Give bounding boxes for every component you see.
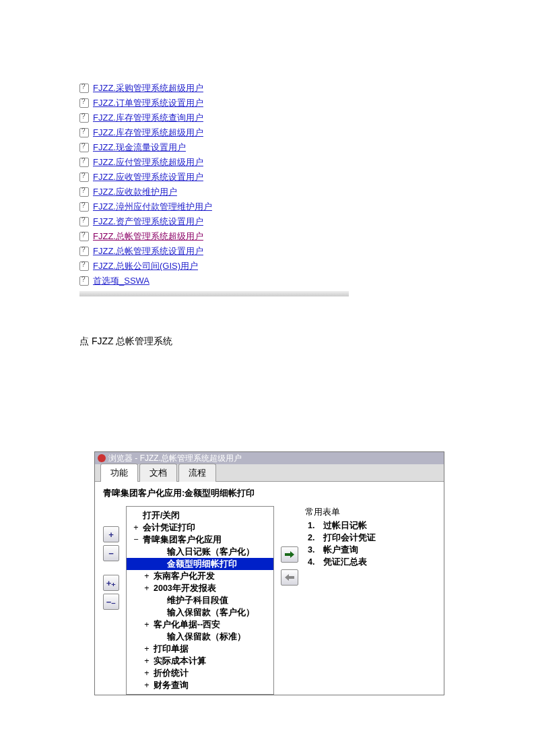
- links-footer-divider: [79, 291, 349, 296]
- expand-icon[interactable]: +: [143, 571, 151, 581]
- collapse-all-button[interactable]: −₋: [103, 594, 119, 610]
- tab-流程[interactable]: 流程: [178, 464, 216, 482]
- help-icon: [79, 276, 89, 286]
- content-area: 青啤集团客户化应用:金额型明细帐打印 + − +₊ −₋ 打开/关闭+会计凭证打…: [95, 482, 444, 695]
- tab-strip: 功能文档流程: [95, 464, 444, 482]
- tree-node[interactable]: 金额型明细帐打印: [127, 558, 273, 570]
- responsibility-link-row: FJZZ.漳州应付款管理维护用户: [79, 199, 349, 214]
- tree-node[interactable]: 维护子科目段值: [127, 594, 273, 606]
- tab-功能[interactable]: 功能: [100, 464, 138, 482]
- help-icon: [79, 143, 89, 152]
- responsibility-link[interactable]: FJZZ.总帐管理系统设置用户: [93, 245, 203, 257]
- add-to-forms-button[interactable]: [281, 546, 298, 563]
- tree-node-label: 客户化单据--西安: [151, 619, 220, 631]
- responsibility-link-row: FJZZ.订单管理系统设置用户: [79, 96, 349, 111]
- responsibility-link[interactable]: 首选项_SSWA: [93, 275, 149, 287]
- help-icon: [79, 261, 89, 271]
- responsibility-link[interactable]: FJZZ.库存管理系统超级用户: [93, 127, 203, 139]
- tree-node[interactable]: +折价统计: [127, 667, 273, 679]
- forms-list: 1. 过帐日记帐2. 打印会计凭证3. 帐户查询4. 凭证汇总表: [305, 519, 436, 568]
- tree-node[interactable]: +打印单据: [127, 643, 273, 655]
- help-icon: [79, 128, 89, 137]
- help-icon: [79, 84, 89, 93]
- tree-node-label: 打开/关闭: [140, 510, 180, 522]
- responsibility-link[interactable]: FJZZ.库存管理系统查询用户: [93, 112, 203, 124]
- tree-node[interactable]: 输入保留款（客户化）: [127, 606, 273, 619]
- responsibility-link[interactable]: FJZZ.总帐管理系统超级用户: [93, 230, 203, 243]
- tree-node[interactable]: +会计凭证打印: [127, 522, 273, 534]
- tree-button-column: + − +₊ −₋: [103, 506, 119, 695]
- responsibility-link-row: FJZZ.库存管理系统查询用户: [79, 111, 349, 125]
- collapse-icon[interactable]: −: [132, 535, 140, 544]
- tree-node[interactable]: +实际成本计算: [127, 655, 273, 667]
- collapse-button[interactable]: −: [103, 545, 119, 561]
- arrow-left-icon: [284, 573, 295, 581]
- responsibility-link[interactable]: FJZZ.漳州应付款管理维护用户: [93, 201, 212, 213]
- responsibility-link[interactable]: FJZZ.应付管理系统超级用户: [93, 156, 203, 168]
- responsibility-link-row: FJZZ.应收管理系统设置用户: [79, 170, 349, 185]
- help-icon: [79, 158, 89, 167]
- arrow-right-icon: [284, 550, 295, 559]
- responsibility-link[interactable]: FJZZ.应收款维护用户: [93, 186, 177, 198]
- responsibility-link-row: FJZZ.总帐管理系统设置用户: [79, 244, 349, 259]
- app-icon: [98, 454, 106, 462]
- form-item[interactable]: 2. 打印会计凭证: [308, 532, 436, 544]
- responsibility-link[interactable]: FJZZ.现金流量设置用户: [93, 141, 186, 154]
- responsibility-link[interactable]: FJZZ.订单管理系统设置用户: [93, 97, 203, 109]
- expand-icon[interactable]: +: [132, 523, 140, 532]
- expand-icon[interactable]: +: [143, 644, 151, 654]
- expand-button[interactable]: +: [103, 526, 119, 542]
- expand-icon[interactable]: +: [143, 656, 151, 666]
- responsibility-link-row: FJZZ.应付管理系统超级用户: [79, 155, 349, 170]
- form-item[interactable]: 3. 帐户查询: [308, 544, 436, 556]
- tree-node-label: 青啤集团客户化应用: [140, 534, 222, 546]
- help-icon: [79, 172, 89, 182]
- tree-node[interactable]: −青啤集团客户化应用: [127, 534, 273, 546]
- tab-文档[interactable]: 文档: [139, 464, 177, 482]
- responsibility-link-row: FJZZ.总帐管理系统超级用户: [79, 229, 349, 244]
- expand-icon[interactable]: +: [143, 620, 151, 629]
- expand-icon[interactable]: +: [143, 584, 151, 593]
- tree-node[interactable]: 输入日记账（客户化）: [127, 546, 273, 558]
- tree-node-label: 输入日记账（客户化）: [164, 546, 255, 558]
- responsibility-link-row: FJZZ.总账公司间(GIS)用户: [79, 259, 349, 274]
- responsibility-link[interactable]: FJZZ.资产管理系统设置用户: [93, 216, 203, 228]
- responsibility-link[interactable]: FJZZ.采购管理系统超级用户: [93, 82, 203, 94]
- tree-node[interactable]: 输入保留款（标准）: [127, 631, 273, 643]
- tree-node[interactable]: +2003年开发报表: [127, 582, 273, 594]
- tree-node[interactable]: +东南客户化开发: [127, 570, 273, 582]
- browser-window: 浏览器 - FJZZ.总帐管理系统超级用户 功能文档流程 青啤集团客户化应用:金…: [94, 451, 444, 695]
- responsibility-link-row: FJZZ.资产管理系统设置用户: [79, 214, 349, 229]
- expand-icon[interactable]: +: [143, 681, 151, 690]
- responsibility-links-list: FJZZ.采购管理系统超级用户FJZZ.订单管理系统设置用户FJZZ.库存管理系…: [79, 81, 349, 296]
- tree-node[interactable]: +财务查询: [127, 679, 273, 691]
- help-icon: [79, 187, 89, 197]
- expand-all-button[interactable]: +₊: [103, 575, 119, 591]
- help-icon: [79, 202, 89, 212]
- tree-node-label: 维护子科目段值: [164, 595, 228, 606]
- form-item[interactable]: 1. 过帐日记帐: [308, 519, 436, 532]
- form-item[interactable]: 4. 凭证汇总表: [308, 556, 436, 568]
- forms-header: 常用表单: [305, 506, 436, 518]
- responsibility-link[interactable]: FJZZ.总账公司间(GIS)用户: [93, 260, 198, 272]
- remove-from-forms-button[interactable]: [281, 569, 298, 586]
- workarea: + − +₊ −₋ 打开/关闭+会计凭证打印−青啤集团客户化应用输入日记账（客户…: [103, 506, 436, 695]
- help-icon: [79, 98, 89, 108]
- responsibility-link[interactable]: FJZZ.应收管理系统设置用户: [93, 171, 203, 183]
- tree-node-label: 2003年开发报表: [151, 583, 216, 594]
- tree-node[interactable]: 打开/关闭: [127, 509, 273, 522]
- tree-node-label: 输入保留款（客户化）: [164, 607, 255, 619]
- navigator-tree[interactable]: 打开/关闭+会计凭证打印−青啤集团客户化应用输入日记账（客户化）金额型明细帐打印…: [126, 506, 274, 695]
- expand-icon[interactable]: +: [143, 668, 151, 678]
- tree-node[interactable]: +客户化单据--西安: [127, 619, 273, 631]
- help-icon: [79, 247, 89, 256]
- tree-node-label: 东南客户化开发: [151, 571, 215, 582]
- window-titlebar[interactable]: 浏览器 - FJZZ.总帐管理系统超级用户: [95, 452, 444, 464]
- tree-node-label: 财务查询: [151, 680, 189, 691]
- breadcrumb: 青啤集团客户化应用:金额型明细帐打印: [103, 487, 436, 499]
- help-icon: [79, 232, 89, 241]
- tree-node-label: 实际成本计算: [151, 656, 206, 667]
- instruction-text: 点 FJZZ 总帐管理系统: [79, 336, 172, 348]
- responsibility-link-row: FJZZ.现金流量设置用户: [79, 140, 349, 155]
- transfer-button-column: [281, 506, 298, 695]
